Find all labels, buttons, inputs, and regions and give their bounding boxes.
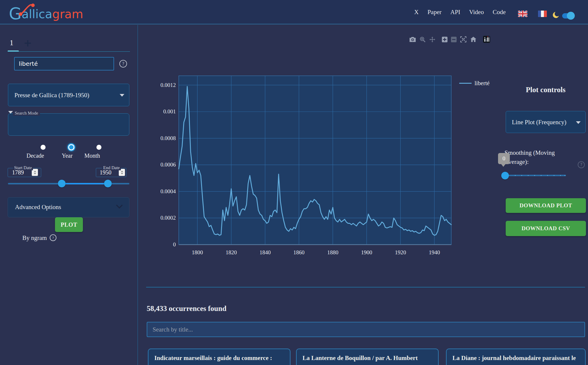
svg-text:1860: 1860 xyxy=(293,249,305,255)
svg-text:0: 0 xyxy=(173,241,176,248)
france-flag-icon[interactable] xyxy=(538,11,547,17)
search-mode-label: Search Mode xyxy=(13,111,40,116)
chevron-down-icon xyxy=(116,205,123,209)
radio-month[interactable] xyxy=(96,145,101,150)
chevron-down-icon xyxy=(576,121,581,124)
result-card-title: Indicateur marseillais : guide du commer… xyxy=(154,353,284,365)
dark-mode-toggle-knob[interactable] xyxy=(567,12,575,20)
spinner-down-icon[interactable] xyxy=(34,173,36,174)
smoothing-value-tooltip: 0 xyxy=(498,153,510,164)
spinner-up-icon[interactable] xyxy=(34,171,36,172)
ngram-input[interactable] xyxy=(14,57,114,70)
legend-line-swatch xyxy=(459,83,472,84)
plot-controls-title: Plot controls xyxy=(506,86,586,94)
svg-text:0.0008: 0.0008 xyxy=(161,135,176,141)
zoom-icon[interactable] xyxy=(420,36,426,43)
download-csv-button[interactable]: DOWNLOAD CSV xyxy=(506,221,586,236)
radio-label-decade[interactable]: Decade xyxy=(26,152,44,159)
plotly-logo-icon[interactable] xyxy=(483,36,490,43)
smoothing-help-icon[interactable]: ? xyxy=(578,161,585,168)
result-card-title: La Diane : journal hebdomadaire paraissa… xyxy=(452,353,579,365)
smoothing-label: Smoothing (Moving Average): xyxy=(505,148,563,166)
chart-legend[interactable]: liberté xyxy=(459,80,490,87)
svg-text:1940: 1940 xyxy=(429,249,440,255)
result-card[interactable]: La Diane : journal hebdomadaire paraissa… xyxy=(446,349,586,365)
corpus-select[interactable]: Presse de Gallica (1789-1950) xyxy=(8,84,129,106)
occurrences-count: 58,433 occurrences found xyxy=(147,305,226,313)
pan-icon[interactable] xyxy=(429,36,435,43)
date-range-slider-active xyxy=(62,183,108,184)
moon-icon xyxy=(552,11,560,19)
smoothing-slider-handle[interactable] xyxy=(501,172,509,179)
autoscale-icon[interactable] xyxy=(460,36,467,43)
radio-label-year[interactable]: Year xyxy=(62,152,73,159)
logo-text-gram: gram xyxy=(52,7,83,21)
ngram-help-icon[interactable]: ? xyxy=(119,60,127,68)
camera-icon[interactable] xyxy=(409,37,416,42)
radio-year[interactable] xyxy=(68,144,74,150)
radio-label-month[interactable]: Month xyxy=(84,152,100,159)
navbar: G allica gram X Paper API Video Code xyxy=(0,0,588,24)
nav-link-video[interactable]: Video xyxy=(469,9,484,16)
radio-decade[interactable] xyxy=(41,145,46,150)
end-date-label: End Date xyxy=(102,165,121,170)
nav-link-x[interactable]: X xyxy=(414,9,419,16)
logo-sparkline-icon xyxy=(16,2,37,17)
search-mode-value: By ngram xyxy=(22,234,47,242)
svg-text:1820: 1820 xyxy=(225,249,237,255)
add-tab-button[interactable]: + xyxy=(24,37,32,49)
nav-link-code[interactable]: Code xyxy=(493,9,506,16)
chevron-down-icon xyxy=(8,111,13,119)
uk-flag-icon[interactable] xyxy=(518,11,527,17)
nav-link-paper[interactable]: Paper xyxy=(427,9,442,16)
svg-text:0.0004: 0.0004 xyxy=(161,188,176,194)
svg-text:1800: 1800 xyxy=(192,249,203,255)
svg-text:1920: 1920 xyxy=(395,249,406,255)
date-range-handle-start[interactable] xyxy=(58,180,66,187)
chevron-down-icon xyxy=(120,94,124,97)
result-card-title: La Lanterne de Boquillon / par A. Humber… xyxy=(303,353,432,363)
svg-text:1900: 1900 xyxy=(361,249,372,255)
svg-text:0.0006: 0.0006 xyxy=(161,162,176,168)
search-mode-select[interactable]: By ngram ? xyxy=(8,113,129,136)
download-plot-button[interactable]: DOWNLOAD PLOT xyxy=(506,198,586,213)
svg-text:1880: 1880 xyxy=(327,249,338,255)
frequency-line-chart[interactable]: 1800182018401860188019001920194000.00020… xyxy=(159,70,462,261)
legend-series-label: liberté xyxy=(475,80,490,87)
advanced-options-label: Advanced Options xyxy=(15,203,61,211)
result-card[interactable]: Indicateur marseillais : guide du commer… xyxy=(148,349,290,365)
spinner-up-icon[interactable] xyxy=(121,171,123,172)
nav-links: X Paper API Video Code xyxy=(414,0,506,24)
search-mode-help-icon[interactable]: ? xyxy=(50,234,56,241)
tab-divider-line xyxy=(8,51,130,52)
result-card[interactable]: La Lanterne de Boquillon / par A. Humber… xyxy=(296,349,439,365)
home-icon[interactable] xyxy=(470,36,477,42)
corpus-select-value: Presse de Gallica (1789-1950) xyxy=(14,92,89,99)
svg-text:0.0002: 0.0002 xyxy=(161,215,176,221)
start-date-label: Start Date xyxy=(13,165,33,170)
plot-type-select[interactable]: Line Plot (Frequency) xyxy=(506,111,586,133)
sidebar-divider xyxy=(138,25,138,365)
svg-text:0.001: 0.001 xyxy=(163,108,176,115)
advanced-options-toggle[interactable]: Advanced Options xyxy=(8,197,129,217)
spinner-down-icon[interactable] xyxy=(121,173,123,174)
plot-button[interactable]: PLOT xyxy=(55,217,83,232)
svg-text:1840: 1840 xyxy=(260,249,271,255)
nav-link-api[interactable]: API xyxy=(450,9,460,16)
tab-1[interactable]: 1 xyxy=(10,39,14,47)
zoom-in-icon[interactable] xyxy=(442,37,447,42)
smoothing-slider[interactable] xyxy=(501,175,566,176)
date-range-handle-end[interactable] xyxy=(104,180,112,187)
plotly-modebar xyxy=(409,36,494,43)
section-divider xyxy=(146,287,585,287)
title-search-input[interactable] xyxy=(147,322,585,337)
zoom-out-icon[interactable] xyxy=(451,37,457,42)
svg-text:0.0012: 0.0012 xyxy=(161,82,176,88)
plot-type-value: Line Plot (Frequency) xyxy=(512,119,566,126)
